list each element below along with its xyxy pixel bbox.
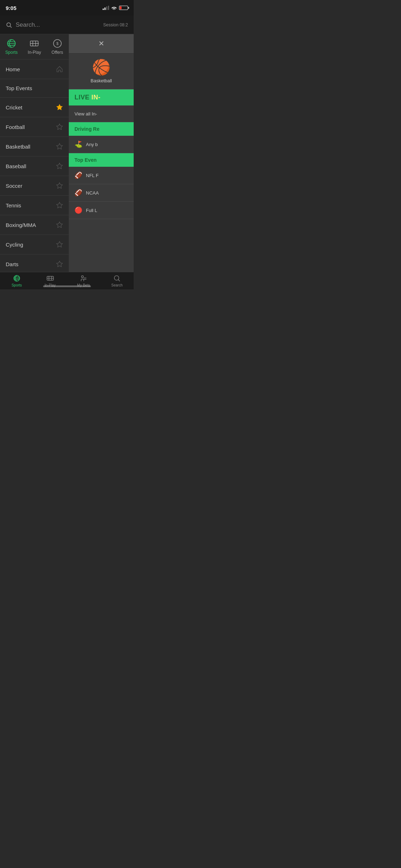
search-placeholder: Search...: [16, 21, 40, 29]
svg-point-28: [114, 276, 119, 280]
ncaa-item[interactable]: 🏈 NCAA: [69, 184, 134, 202]
nav-tabs: Sports In-Play $ Offers: [0, 34, 69, 60]
view-all-label: View all In-: [74, 111, 97, 117]
soccer-star-icon[interactable]: [56, 182, 63, 189]
darts-star-icon[interactable]: [56, 260, 63, 268]
menu-item-home[interactable]: Home: [0, 60, 69, 79]
cycling-star-icon[interactable]: [56, 241, 63, 248]
svg-marker-10: [57, 124, 63, 130]
close-icon: ✕: [98, 39, 104, 48]
empty-area: [69, 219, 134, 272]
svg-point-25: [82, 276, 84, 278]
any-b-item[interactable]: ⛳ Any b: [69, 136, 134, 153]
ncaa-icon: 🏈: [74, 189, 82, 197]
basketball-section: 🏀 Basketball: [69, 53, 134, 89]
home-indicator: [43, 285, 91, 287]
bottom-search-label: Search: [111, 283, 123, 287]
bottom-inplay-icon: [46, 274, 54, 282]
menu-list: Home Top Events Cricket Football: [0, 60, 69, 272]
nfl-label: NFL F: [86, 173, 99, 178]
bottom-sports-label: Sports: [11, 283, 22, 287]
menu-item-soccer[interactable]: Soccer: [0, 176, 69, 196]
right-panel: ✕ 🏀 Basketball LIVE IN- View all In- Dri…: [69, 34, 134, 272]
offers-tab-icon: $: [52, 38, 62, 48]
svg-marker-11: [57, 144, 63, 149]
full-l-label: Full L: [86, 208, 97, 213]
menu-item-top-events[interactable]: Top Events: [0, 79, 69, 98]
battery-icon: [119, 6, 128, 10]
menu-item-basketball[interactable]: Basketball: [0, 137, 69, 156]
live-in-text: LIVE IN-: [74, 94, 101, 101]
svg-marker-9: [57, 104, 63, 110]
svg-marker-13: [57, 183, 63, 188]
basketball-label: Basketball: [91, 78, 112, 83]
inplay-tab-label: In-Play: [28, 50, 41, 55]
baseball-star-icon[interactable]: [56, 162, 63, 170]
menu-item-baseball[interactable]: Baseball: [0, 156, 69, 176]
live-in-banner[interactable]: LIVE IN-: [69, 89, 134, 105]
menu-item-darts[interactable]: Darts: [0, 254, 69, 272]
full-l-icon: 🔴: [74, 206, 82, 214]
sports-tab-icon: [6, 38, 16, 48]
cricket-star-icon[interactable]: [56, 104, 63, 111]
top-events-header: Top Even: [69, 153, 134, 167]
main-layout: Sports In-Play $ Offers: [0, 34, 134, 272]
svg-marker-14: [57, 202, 63, 208]
search-icon: [6, 22, 12, 28]
svg-marker-12: [57, 163, 63, 169]
svg-marker-16: [57, 242, 63, 247]
status-time: 9:05: [6, 5, 16, 11]
status-bar: 9:05: [0, 0, 134, 16]
offers-tab-label: Offers: [52, 50, 63, 55]
wifi-icon: [111, 6, 117, 10]
tennis-star-icon[interactable]: [56, 202, 63, 209]
bottom-nav-search[interactable]: Search: [100, 272, 134, 289]
svg-line-1: [10, 26, 11, 27]
svg-marker-17: [57, 261, 63, 267]
svg-line-29: [118, 280, 120, 281]
nfl-icon: 🏈: [74, 171, 82, 179]
driving-text: Driving Re: [74, 126, 99, 132]
menu-item-cycling[interactable]: Cycling: [0, 235, 69, 254]
boxing-star-icon[interactable]: [56, 221, 63, 228]
menu-item-football[interactable]: Football: [0, 117, 69, 137]
sports-tab-label: Sports: [5, 50, 18, 55]
any-b-label: Any b: [86, 142, 98, 147]
inplay-tab-icon: [29, 38, 39, 48]
bottom-mybets-icon: [79, 274, 87, 282]
bottom-sports-icon: [13, 274, 21, 282]
view-all-inplay-item[interactable]: View all In-: [69, 105, 134, 122]
left-panel: Sports In-Play $ Offers: [0, 34, 69, 272]
home-icon: [56, 66, 63, 73]
svg-text:$: $: [56, 41, 58, 46]
top-events-text: Top Even: [74, 157, 97, 163]
tab-sports[interactable]: Sports: [0, 34, 23, 59]
full-l-item[interactable]: 🔴 Full L: [69, 202, 134, 219]
search-input-wrapper[interactable]: Search...: [6, 21, 103, 29]
svg-point-0: [7, 23, 11, 27]
bottom-search-icon: [113, 274, 121, 282]
menu-item-tennis[interactable]: Tennis: [0, 196, 69, 215]
bottom-nav-sports[interactable]: Sports: [0, 272, 34, 289]
basketball-emoji-icon: 🏀: [92, 58, 110, 76]
basketball-star-icon[interactable]: [56, 143, 63, 150]
golf-ball-icon: ⛳: [74, 140, 82, 148]
tab-inplay[interactable]: In-Play: [23, 34, 46, 59]
signal-icon: [103, 6, 109, 10]
close-button[interactable]: ✕: [69, 34, 134, 53]
driving-header: Driving Re: [69, 122, 134, 136]
football-star-icon[interactable]: [56, 123, 63, 130]
nfl-item[interactable]: 🏈 NFL F: [69, 167, 134, 184]
menu-item-boxing-mma[interactable]: Boxing/MMA: [0, 215, 69, 235]
session-label: Session 08:2: [103, 22, 128, 27]
ncaa-label: NCAA: [86, 190, 99, 196]
menu-item-cricket[interactable]: Cricket: [0, 98, 69, 117]
tab-offers[interactable]: $ Offers: [46, 34, 69, 59]
status-right: [103, 6, 128, 10]
search-bar[interactable]: Search... Session 08:2: [0, 16, 134, 34]
svg-marker-15: [57, 222, 63, 228]
